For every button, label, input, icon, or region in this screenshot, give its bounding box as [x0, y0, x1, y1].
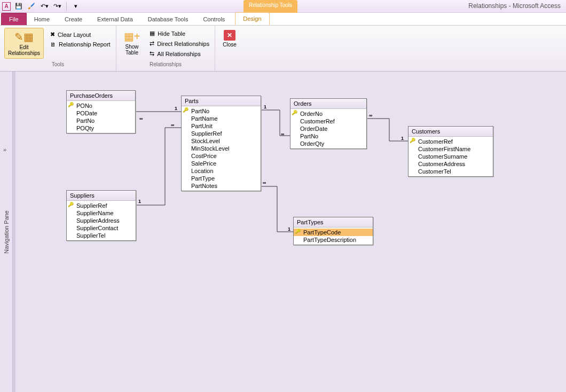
field-customerref[interactable]: CustomerRef	[408, 138, 493, 145]
tab-external-data[interactable]: External Data	[90, 13, 140, 25]
table-title[interactable]: PurchaseOrders	[67, 91, 135, 101]
hide-table-icon: ▦	[150, 30, 155, 37]
field-partname[interactable]: PartName	[182, 115, 261, 122]
field-partno[interactable]: PartNo	[67, 117, 135, 124]
field-suppliercontact[interactable]: SupplierContact	[67, 224, 136, 232]
field-custtel[interactable]: CustomerTel	[408, 168, 493, 175]
field-supplieraddr[interactable]: SupplierAddress	[67, 217, 136, 224]
edit-relationships-icon: ✎▦	[14, 30, 34, 43]
hide-table-label: Hide Table	[158, 30, 185, 37]
ribbon-group-relationships: ▦+ Show Table ▦Hide Table ⇄Direct Relati…	[116, 26, 216, 71]
contextual-tab-label: Relationship Tools	[243, 0, 297, 13]
field-orderqty[interactable]: OrderQty	[290, 140, 366, 147]
all-relationships-icon: ⇆	[150, 50, 154, 57]
field-orderdate[interactable]: OrderDate	[290, 125, 366, 132]
field-parttypecode[interactable]: PartTypeCode	[294, 229, 373, 236]
field-suppliername[interactable]: SupplierName	[67, 209, 136, 217]
table-title[interactable]: PartTypes	[294, 217, 373, 228]
undo-icon[interactable]: ↶▾	[40, 2, 49, 11]
field-parttype[interactable]: PartType	[182, 175, 261, 182]
show-table-icon: ▦+	[124, 30, 140, 43]
rel-many-po-parts: ∞	[139, 116, 143, 121]
table-fields: PONo PODate PartNo POQty	[67, 101, 135, 133]
field-pono[interactable]: PONo	[67, 102, 135, 109]
brush-icon[interactable]: 🖌️	[27, 2, 36, 11]
show-table-button[interactable]: ▦+ Show Table	[121, 28, 144, 58]
qat-customize-icon[interactable]: ▾	[71, 2, 81, 11]
field-partnotes[interactable]: PartNotes	[182, 182, 261, 190]
field-costprice[interactable]: CostPrice	[182, 152, 261, 160]
rel-one-parts-pt: 1	[288, 226, 290, 232]
table-purchase-orders[interactable]: PurchaseOrders PONo PODate PartNo POQty	[66, 90, 136, 134]
expand-nav-icon[interactable]: »	[3, 146, 6, 153]
rel-one-po-parts: 1	[175, 106, 177, 111]
clear-layout-button[interactable]: ✖ Clear Layout	[49, 30, 112, 39]
field-location[interactable]: Location	[182, 167, 261, 175]
field-customerref[interactable]: CustomerRef	[290, 117, 366, 125]
table-parttypes[interactable]: PartTypes PartTypeCode PartTypeDescripti…	[293, 217, 373, 245]
relationship-report-label: Relationship Report	[59, 41, 111, 48]
all-relationships-button[interactable]: ⇆All Relationships	[148, 49, 210, 58]
field-saleprice[interactable]: SalePrice	[182, 160, 261, 167]
rel-one-parts-orders: 1	[264, 104, 266, 109]
tab-database-tools[interactable]: Database Tools	[140, 13, 196, 25]
table-fields: PartTypeCode PartTypeDescription	[294, 228, 373, 245]
relationships-canvas[interactable]: ∞ 1 1 ∞ 1 ∞ ∞ 1 ∞ 1 PurchaseOrders PONo …	[13, 72, 566, 392]
rel-many-sup-parts: ∞	[171, 122, 174, 128]
field-supplierref[interactable]: SupplierRef	[67, 202, 136, 209]
field-partno[interactable]: PartNo	[290, 132, 366, 140]
close-button[interactable]: ✕ Close	[219, 28, 240, 50]
save-icon[interactable]: 💾	[14, 2, 23, 11]
table-suppliers[interactable]: Suppliers SupplierRef SupplierName Suppl…	[66, 190, 136, 241]
qat-separator	[66, 2, 67, 11]
ribbon: ✎▦ Edit Relationships ✖ Clear Layout 🗎 R…	[0, 26, 566, 72]
rel-many-parts-orders: ∞	[281, 131, 284, 137]
table-orders[interactable]: Orders OrderNo CustomerRef OrderDate Par…	[290, 98, 367, 149]
field-custaddress[interactable]: CustomerAddress	[408, 160, 493, 168]
direct-relationships-label: Direct Relationships	[157, 41, 209, 47]
field-supplierref[interactable]: SupplierRef	[182, 130, 261, 137]
rel-many-parts-pt: ∞	[263, 180, 266, 185]
table-title[interactable]: Parts	[182, 96, 261, 106]
hide-table-button[interactable]: ▦Hide Table	[148, 29, 210, 38]
table-title[interactable]: Orders	[290, 99, 366, 109]
rel-one-sup-parts: 1	[138, 199, 141, 204]
field-partunit[interactable]: PartUnit	[182, 122, 261, 130]
navigation-pane-collapsed[interactable]: » Navigation Pane	[0, 72, 13, 392]
field-orderno[interactable]: OrderNo	[290, 110, 366, 117]
field-parttypedesc[interactable]: PartTypeDescription	[294, 236, 373, 244]
tab-design[interactable]: Design	[235, 12, 269, 25]
table-title[interactable]: Suppliers	[67, 191, 136, 201]
field-custsurname[interactable]: CustomerSurname	[408, 153, 493, 160]
ribbon-group-tools: ✎▦ Edit Relationships ✖ Clear Layout 🗎 R…	[0, 26, 116, 71]
navigation-pane-label: Navigation Pane	[3, 210, 10, 254]
ribbon-tabs: File Home Create External Data Database …	[0, 13, 566, 26]
field-podate[interactable]: PODate	[67, 109, 135, 117]
table-customers[interactable]: Customers CustomerRef CustomerFirstName …	[408, 126, 493, 177]
direct-relationships-icon: ⇄	[150, 40, 154, 47]
field-custfirst[interactable]: CustomerFirstName	[408, 145, 493, 153]
table-fields: PartNo PartName PartUnit SupplierRef Sto…	[182, 106, 261, 191]
redo-icon[interactable]: ↷▾	[52, 2, 62, 11]
group-label-tools: Tools	[4, 61, 112, 69]
rel-many-orders-cust: ∞	[369, 113, 372, 118]
group-label-close	[219, 61, 240, 69]
table-parts[interactable]: Parts PartNo PartName PartUnit SupplierR…	[181, 96, 261, 191]
edit-relationships-button[interactable]: ✎▦ Edit Relationships	[4, 28, 44, 59]
app-icon: A	[2, 2, 11, 11]
field-poqty[interactable]: POQty	[67, 124, 135, 132]
field-minstocklevel[interactable]: MinStockLevel	[182, 145, 261, 152]
field-stocklevel[interactable]: StockLevel	[182, 137, 261, 145]
tab-home[interactable]: Home	[27, 13, 57, 25]
table-fields: OrderNo CustomerRef OrderDate PartNo Ord…	[290, 109, 366, 148]
relationship-report-icon: 🗎	[50, 41, 56, 48]
field-partno[interactable]: PartNo	[182, 107, 261, 115]
close-icon: ✕	[224, 30, 235, 41]
table-title[interactable]: Customers	[408, 127, 493, 137]
tab-create[interactable]: Create	[57, 13, 90, 25]
tab-file[interactable]: File	[1, 13, 27, 25]
field-suppliertel[interactable]: SupplierTel	[67, 232, 136, 239]
tab-controls[interactable]: Controls	[195, 13, 232, 25]
relationship-report-button[interactable]: 🗎 Relationship Report	[49, 40, 112, 49]
direct-relationships-button[interactable]: ⇄Direct Relationships	[148, 39, 210, 48]
